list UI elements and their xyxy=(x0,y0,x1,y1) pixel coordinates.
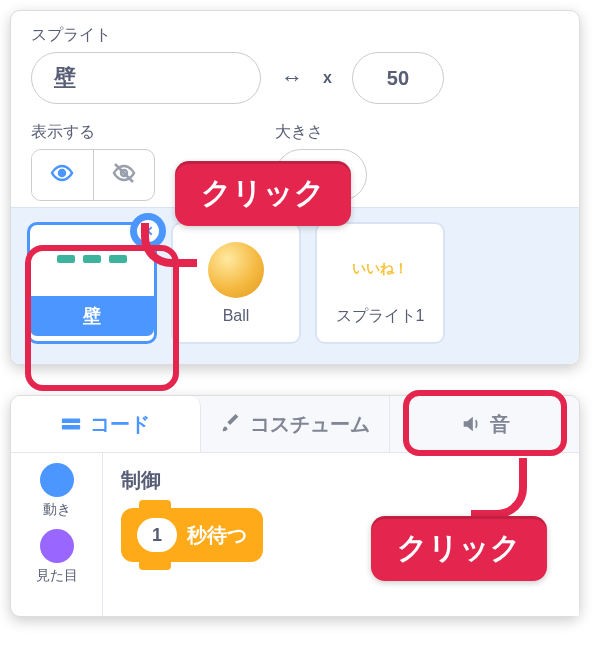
sprite-name-input[interactable]: 壁 xyxy=(31,52,261,104)
category-dot xyxy=(40,463,74,497)
wait-block-label: 秒待つ xyxy=(187,522,247,549)
tab-code[interactable]: コード xyxy=(11,396,201,452)
annotation-click-badge: クリック xyxy=(175,161,351,226)
hide-button[interactable] xyxy=(93,150,155,200)
category-dot xyxy=(40,529,74,563)
category-label: 見た目 xyxy=(36,567,78,585)
x-label: x xyxy=(323,69,332,87)
category-motion[interactable]: 動き xyxy=(40,463,74,519)
wait-block[interactable]: 1 秒待つ xyxy=(121,508,263,562)
category-palette: 動き 見た目 xyxy=(11,453,103,616)
arrows-horizontal-icon: ↔ xyxy=(281,65,303,91)
code-icon xyxy=(60,413,82,435)
show-label: 表示する xyxy=(31,122,155,143)
visibility-toggle xyxy=(31,149,155,201)
size-label: 大きさ xyxy=(275,122,367,143)
eye-icon xyxy=(50,161,74,189)
sprite-thumb: いいね！ xyxy=(341,240,419,298)
svg-rect-3 xyxy=(62,419,80,424)
sprite-tile-label: Ball xyxy=(223,307,250,325)
sprite-thumb xyxy=(197,241,275,299)
svg-rect-4 xyxy=(62,425,80,430)
svg-point-0 xyxy=(59,170,65,176)
brush-icon xyxy=(220,413,242,435)
sprite-info-panel: スプライト 壁 ↔ x 50 表示する xyxy=(10,10,580,365)
category-label: 動き xyxy=(43,501,71,519)
eye-off-icon xyxy=(112,161,136,189)
annotation-highlight-box xyxy=(25,245,179,391)
annotation-click-badge: クリック xyxy=(371,516,547,581)
tab-costume[interactable]: コスチューム xyxy=(201,396,391,452)
wait-seconds-input[interactable]: 1 xyxy=(137,518,177,552)
sprite-tile-label: スプライト1 xyxy=(336,306,425,327)
sprite-label: スプライト xyxy=(31,25,559,46)
x-value-input[interactable]: 50 xyxy=(352,52,444,104)
sprite-tile-sprite1[interactable]: いいね！ スプライト1 xyxy=(315,222,445,344)
annotation-highlight-box xyxy=(403,390,567,456)
editor-panel: コード コスチューム 音 動き 見た目 制御 xyxy=(10,395,580,617)
category-looks[interactable]: 見た目 xyxy=(36,529,78,585)
tab-label: コード xyxy=(90,411,150,438)
show-button[interactable] xyxy=(32,150,93,200)
tab-label: コスチューム xyxy=(250,411,370,438)
